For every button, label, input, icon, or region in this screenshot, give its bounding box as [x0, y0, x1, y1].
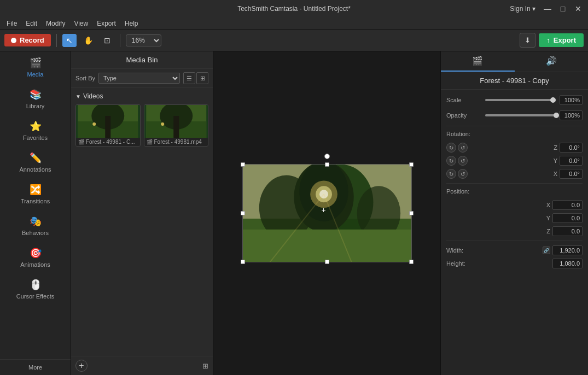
- tab-audio[interactable]: 🔊: [515, 51, 589, 72]
- sidebar-item-media[interactable]: 🎬 Media: [0, 51, 71, 83]
- rotation-y-row: ↻ ↺ Y 0.0°: [446, 156, 583, 166]
- rotation-y-value[interactable]: 0.0°: [560, 156, 583, 166]
- rotation-y-ccw-icon[interactable]: ↺: [458, 156, 468, 166]
- maximize-button[interactable]: □: [557, 3, 568, 14]
- cursor-effects-icon: 🖱️: [30, 279, 42, 291]
- position-z-value[interactable]: 0.0: [552, 226, 583, 236]
- opacity-value[interactable]: 100%: [560, 110, 583, 120]
- rotate-handle[interactable]: [324, 154, 330, 159]
- width-value[interactable]: 1,920.0: [552, 245, 583, 255]
- app-title: TechSmith Camtasia - Untitled Project*: [237, 5, 351, 13]
- properties-tabs: 🎬 🔊: [441, 51, 588, 72]
- opacity-slider-fill: [485, 114, 556, 116]
- sidebar-item-favorites[interactable]: ⭐ Favorites: [0, 115, 71, 147]
- record-icon: [11, 38, 16, 43]
- svg-point-9: [161, 122, 164, 126]
- handle-bottom-right[interactable]: [409, 260, 414, 264]
- sort-by-label: Sort By: [75, 75, 95, 81]
- behaviors-icon: 🎭: [30, 215, 42, 227]
- rotation-z-ccw-icon[interactable]: ↺: [458, 143, 468, 153]
- rotation-x-cw-icon[interactable]: ↻: [446, 169, 456, 179]
- rotation-label: Rotation:: [446, 131, 482, 137]
- menu-modify[interactable]: Modify: [42, 20, 69, 27]
- rotation-z-icons: ↻ ↺: [446, 143, 468, 153]
- width-link-icon[interactable]: 🔗: [543, 247, 550, 254]
- opacity-slider[interactable]: [485, 114, 556, 116]
- add-media-button[interactable]: +: [75, 360, 88, 372]
- menu-view[interactable]: View: [69, 20, 92, 27]
- rotation-z-cw-icon[interactable]: ↻: [446, 143, 456, 153]
- height-label: Height:: [446, 260, 552, 267]
- transitions-icon: 🔀: [30, 184, 42, 196]
- rotation-x-ccw-icon[interactable]: ↺: [458, 169, 468, 179]
- height-value[interactable]: 1,080.0: [552, 259, 583, 268]
- menubar: File Edit Modify View Export Help: [0, 17, 588, 30]
- titlebar: TechSmith Camtasia - Untitled Project* S…: [0, 0, 588, 17]
- videos-section-header[interactable]: ▼ Videos: [75, 92, 208, 100]
- grid-layout-button[interactable]: ⊞: [202, 362, 208, 370]
- sidebar-item-cursor-effects[interactable]: 🖱️ Cursor Effects: [0, 273, 71, 305]
- rotation-y-cw-icon[interactable]: ↻: [446, 156, 456, 166]
- media-thumb-1[interactable]: 🎬 Forest - 49981 - C...: [75, 104, 141, 147]
- crop-tool-button[interactable]: ⊡: [100, 34, 114, 47]
- height-row: Height: 1,080.0: [446, 259, 583, 268]
- preview-area: [213, 51, 440, 375]
- scale-slider[interactable]: [485, 99, 556, 101]
- position-x-value[interactable]: 0.0: [552, 200, 583, 210]
- zoom-select[interactable]: 16% 25% 50% 100%: [126, 34, 161, 46]
- media-thumb-img-1: [76, 105, 140, 138]
- sort-select[interactable]: Type Name Date: [98, 73, 180, 84]
- handle-top-middle[interactable]: [325, 162, 329, 167]
- handle-bottom-left[interactable]: [241, 260, 245, 264]
- download-button[interactable]: ⬇: [520, 33, 535, 48]
- media-bin-header: Media Bin: [71, 51, 213, 69]
- minimize-button[interactable]: —: [542, 3, 553, 14]
- sidebar-more-button[interactable]: More: [0, 359, 71, 375]
- properties-panel: 🎬 🔊 Forest - 49981 - Copy Scale 100% Opa…: [440, 51, 588, 375]
- list-view-button[interactable]: ☰: [183, 72, 195, 84]
- position-label: Position:: [446, 188, 482, 195]
- sidebar-item-animations[interactable]: 🎯 Animations: [0, 242, 71, 273]
- handle-top-right[interactable]: [409, 162, 414, 167]
- sign-in-button[interactable]: Sign In ▾: [510, 5, 535, 13]
- export-button[interactable]: ↑ Export: [539, 33, 584, 47]
- svg-rect-21: [243, 230, 411, 262]
- sidebar-item-behaviors[interactable]: 🎭 Behaviors: [0, 210, 71, 242]
- hand-tool-button[interactable]: ✋: [80, 34, 97, 47]
- main-area: 🎬 Media 📚 Library ⭐ Favorites ✏️ Annotat…: [0, 51, 588, 375]
- position-y-value[interactable]: 0.0: [552, 213, 583, 223]
- divider-1: [446, 126, 583, 126]
- record-button[interactable]: Record: [4, 34, 51, 46]
- rotation-z-value[interactable]: 0.0°: [560, 143, 583, 153]
- divider-3: [446, 241, 583, 241]
- position-y-label: Y: [546, 215, 550, 221]
- handle-top-left[interactable]: [241, 162, 245, 167]
- sidebar-item-annotations[interactable]: ✏️ Annotations: [0, 147, 71, 178]
- menu-export[interactable]: Export: [92, 20, 120, 27]
- rotation-x-icons: ↻ ↺: [446, 169, 468, 179]
- sidebar-item-transitions[interactable]: 🔀 Transitions: [0, 178, 71, 210]
- rotation-section-row: Rotation:: [446, 131, 583, 137]
- handle-bottom-middle[interactable]: [325, 260, 329, 264]
- sidebar-item-library[interactable]: 📚 Library: [0, 83, 71, 115]
- grid-view-button[interactable]: ⊞: [196, 72, 208, 84]
- width-row: Width: 🔗 1,920.0: [446, 245, 583, 255]
- rotation-x-value[interactable]: 0.0°: [560, 169, 583, 179]
- toolbar-separator: [56, 34, 57, 47]
- rotation-x-axis: X: [554, 171, 557, 177]
- handle-middle-right[interactable]: [409, 211, 414, 215]
- menu-file[interactable]: File: [2, 20, 21, 27]
- select-tool-button[interactable]: ↖: [62, 34, 77, 47]
- menu-edit[interactable]: Edit: [21, 20, 42, 27]
- svg-point-4: [92, 122, 96, 126]
- handle-middle-left[interactable]: [241, 211, 245, 215]
- preview-canvas: [242, 164, 412, 262]
- close-button[interactable]: ✕: [573, 3, 584, 14]
- menu-help[interactable]: Help: [120, 20, 143, 27]
- rotation-z-row: ↻ ↺ Z 0.0°: [446, 143, 583, 153]
- media-thumb-2[interactable]: 🎬 Forest - 49981.mp4: [144, 104, 209, 147]
- tab-video[interactable]: 🎬: [441, 51, 515, 72]
- scale-value[interactable]: 100%: [560, 95, 583, 105]
- opacity-label: Opacity: [446, 112, 482, 119]
- scale-slider-thumb: [550, 97, 556, 103]
